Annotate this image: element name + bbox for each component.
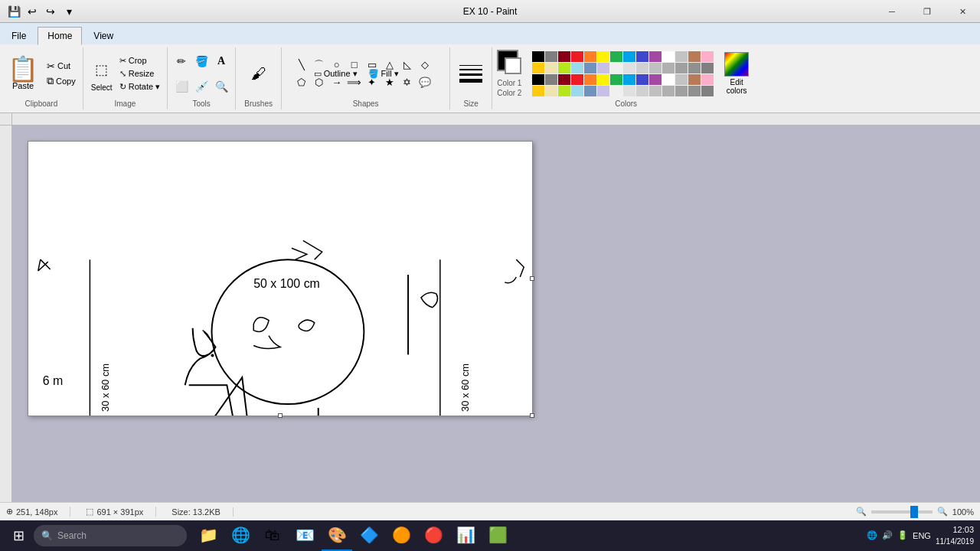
taskbar-app-extra3[interactable]: 📊 bbox=[450, 520, 481, 551]
color-swatch[interactable] bbox=[545, 51, 557, 62]
brushes-button[interactable]: 🖌 bbox=[243, 58, 274, 89]
color-swatch[interactable] bbox=[597, 51, 609, 62]
color-swatch[interactable] bbox=[623, 51, 635, 62]
outline-dropdown[interactable]: ▭ Outline ▾ bbox=[312, 68, 360, 80]
color-swatch[interactable] bbox=[545, 63, 557, 73]
undo-button[interactable]: ↩ bbox=[24, 4, 40, 19]
color-swatch[interactable] bbox=[623, 74, 635, 85]
color-swatch[interactable] bbox=[623, 63, 635, 73]
zoom-slider[interactable] bbox=[871, 510, 933, 514]
color-swatch[interactable] bbox=[545, 74, 557, 85]
start-button[interactable]: ⊞ bbox=[6, 523, 31, 548]
color-swatch[interactable] bbox=[688, 74, 701, 85]
taskbar-app-paint[interactable]: 🎨 bbox=[322, 520, 352, 551]
color-swatch[interactable] bbox=[649, 51, 662, 62]
color1-selector[interactable] bbox=[497, 50, 528, 77]
color-swatch[interactable] bbox=[636, 63, 648, 73]
color-swatch[interactable] bbox=[558, 74, 570, 85]
crop-button[interactable]: ✂ Crop bbox=[117, 55, 162, 67]
volume-icon[interactable]: 🔊 bbox=[882, 530, 893, 540]
network-icon[interactable]: 🌐 bbox=[867, 530, 877, 540]
tab-home[interactable]: Home bbox=[38, 27, 82, 45]
copy-button[interactable]: ⧉ Copy bbox=[44, 74, 78, 88]
fill-dropdown[interactable]: 🪣 Fill ▾ bbox=[366, 68, 401, 80]
size-line-4[interactable] bbox=[459, 79, 482, 83]
restore-button[interactable]: ❐ bbox=[910, 0, 945, 23]
taskbar-app-store[interactable]: 🛍 bbox=[257, 520, 288, 551]
size-line-3[interactable] bbox=[459, 73, 482, 76]
color-swatch[interactable] bbox=[584, 86, 596, 96]
system-time[interactable]: 12:03 11/14/2019 bbox=[936, 524, 974, 546]
color-swatch[interactable] bbox=[597, 74, 609, 85]
color-swatch[interactable] bbox=[610, 74, 622, 85]
color-swatch[interactable] bbox=[688, 86, 701, 96]
color-swatch[interactable] bbox=[662, 63, 675, 73]
zoom-out-button[interactable]: 🔍 bbox=[856, 507, 867, 517]
color-swatch[interactable] bbox=[532, 86, 544, 96]
fill-tool[interactable]: 🪣 bbox=[192, 52, 211, 70]
color-swatch[interactable] bbox=[636, 86, 648, 96]
redo-button[interactable]: ↪ bbox=[43, 4, 58, 19]
color-swatch[interactable] bbox=[662, 51, 675, 62]
text-tool[interactable]: A bbox=[212, 52, 230, 70]
pentagon-shape[interactable]: ⬠ bbox=[293, 74, 310, 91]
diamond-shape[interactable]: ◇ bbox=[416, 57, 433, 73]
paint-canvas[interactable]: 50 x 100 cm bbox=[28, 141, 533, 416]
resize-handle-bottom[interactable] bbox=[278, 413, 283, 418]
color-swatch[interactable] bbox=[558, 63, 570, 73]
color-swatch[interactable] bbox=[571, 51, 583, 62]
minimize-button[interactable]: ─ bbox=[874, 0, 910, 23]
color-swatch[interactable] bbox=[701, 63, 714, 73]
callout-shape[interactable]: 💬 bbox=[416, 74, 433, 91]
color-swatch[interactable] bbox=[675, 51, 688, 62]
language-indicator[interactable]: ENG bbox=[913, 531, 931, 540]
color-swatch[interactable] bbox=[701, 74, 714, 85]
taskbar-app-extra2[interactable]: 🔴 bbox=[418, 520, 449, 551]
color-swatch[interactable] bbox=[584, 74, 596, 85]
resize-handle-right[interactable] bbox=[530, 276, 534, 281]
color-swatch[interactable] bbox=[636, 51, 648, 62]
color-swatch[interactable] bbox=[584, 63, 596, 73]
select-button[interactable]: ⬚ bbox=[88, 56, 116, 83]
color-swatch[interactable] bbox=[610, 86, 622, 96]
color-swatch[interactable] bbox=[649, 74, 662, 85]
customize-button[interactable]: ▾ bbox=[61, 4, 77, 19]
tab-view[interactable]: View bbox=[83, 27, 123, 44]
color-swatch[interactable] bbox=[675, 63, 688, 73]
edit-colors-button[interactable]: Edit colors bbox=[718, 51, 755, 96]
paste-button[interactable]: 📋 Paste bbox=[5, 55, 41, 92]
taskbar-app-extra1[interactable]: 🟠 bbox=[386, 520, 416, 551]
picker-tool[interactable]: 💉 bbox=[192, 77, 211, 96]
color-swatch[interactable] bbox=[688, 63, 701, 73]
line-shape[interactable]: ╲ bbox=[293, 57, 310, 73]
size-line-2[interactable] bbox=[459, 69, 482, 70]
zoom-in-button[interactable]: 🔍 bbox=[937, 507, 948, 517]
color-swatch[interactable] bbox=[636, 74, 648, 85]
color-swatch[interactable] bbox=[675, 74, 688, 85]
taskbar-app-mail[interactable]: 📧 bbox=[289, 520, 320, 551]
resize-handle-corner[interactable] bbox=[530, 413, 534, 418]
taskbar-app-browser[interactable]: 🌐 bbox=[225, 520, 256, 551]
color-swatch[interactable] bbox=[610, 51, 622, 62]
color-swatch[interactable] bbox=[688, 51, 701, 62]
color-swatch[interactable] bbox=[675, 86, 688, 96]
color-swatch[interactable] bbox=[701, 51, 714, 62]
color-swatch[interactable] bbox=[532, 63, 544, 73]
pencil-tool[interactable]: ✏ bbox=[172, 52, 191, 70]
color-swatch[interactable] bbox=[662, 86, 675, 96]
color-swatch[interactable] bbox=[532, 51, 544, 62]
battery-icon[interactable]: 🔋 bbox=[897, 530, 908, 540]
rtriangle-shape[interactable]: ◺ bbox=[399, 57, 416, 73]
color-swatch[interactable] bbox=[584, 51, 596, 62]
color-swatch[interactable] bbox=[649, 63, 662, 73]
color-swatch[interactable] bbox=[571, 74, 583, 85]
close-button[interactable]: ✕ bbox=[945, 0, 980, 23]
magnify-tool[interactable]: 🔍 bbox=[212, 77, 230, 96]
color-swatch[interactable] bbox=[597, 86, 609, 96]
color-swatch[interactable] bbox=[701, 86, 714, 96]
color-swatch[interactable] bbox=[571, 86, 583, 96]
cut-button[interactable]: ✂ Cut bbox=[44, 60, 78, 73]
tab-file[interactable]: File bbox=[2, 27, 36, 44]
size-line-1[interactable] bbox=[459, 65, 482, 66]
color-swatch[interactable] bbox=[571, 63, 583, 73]
